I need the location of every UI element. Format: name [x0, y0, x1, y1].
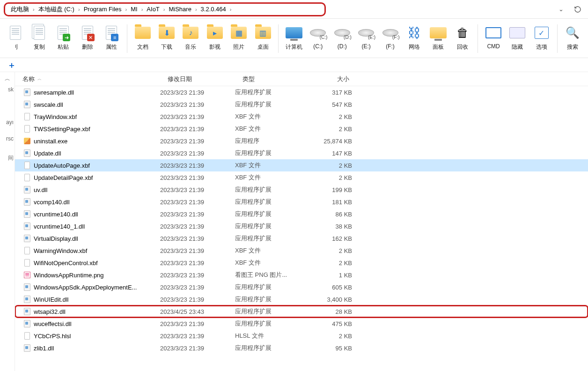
refresh-button[interactable]	[571, 3, 584, 16]
file-row[interactable]: Update.dll2023/3/23 21:39应用程序扩展147 KB	[15, 147, 588, 159]
sidebar-item[interactable]: 间	[0, 154, 14, 162]
header-name[interactable]: 名称︿	[15, 75, 160, 83]
file-name-cell: vcruntime140.dll	[23, 210, 160, 218]
file-row[interactable]: TrayWindow.xbf2023/3/23 21:39XBF 文件2 KB	[15, 111, 588, 123]
toolbar-drive-c[interactable]: (C:)(C:)	[307, 22, 330, 52]
file-type: 应用程序扩展	[235, 198, 303, 206]
sidebar-item[interactable]: rsc	[0, 135, 14, 142]
sidebar-item[interactable]: ayı	[0, 119, 14, 126]
breadcrumb-segment[interactable]: MI	[128, 5, 140, 14]
file-name: vcruntime140_1.dll	[34, 223, 85, 230]
file-type: 应用程序扩展	[235, 295, 303, 304]
file-size: 475 KB	[303, 320, 352, 327]
file-type: XBF 文件	[235, 246, 303, 255]
file-name: swresample.dll	[34, 89, 74, 96]
file-date: 2023/3/23 21:39	[160, 150, 235, 157]
file-name-cell: YCbCrPS.hlsl	[23, 332, 160, 340]
file-type: XBF 文件	[235, 259, 303, 267]
toolbar-label: 影视	[209, 43, 220, 51]
breadcrumb-segment[interactable]: AIoT	[144, 5, 162, 14]
file-row[interactable]: wtsapi32.dll2023/4/25 23:43应用程序扩展28 KB	[15, 305, 588, 318]
dll-file-icon	[23, 223, 31, 230]
toolbar-music[interactable]: ♪音乐	[179, 22, 202, 53]
file-row[interactable]: WinUIEdit.dll2023/3/23 21:39应用程序扩展3,400 …	[15, 293, 588, 305]
file-row[interactable]: WindowsAppSdk.AppxDeploymentE...2023/3/2…	[15, 281, 588, 293]
file-row[interactable]: uv.dll2023/3/23 21:39应用程序扩展199 KB	[15, 184, 588, 196]
toolbar-network[interactable]: ⛓网络	[403, 22, 426, 53]
toolbar-drive-f[interactable]: (F:)(F:)	[379, 22, 402, 52]
toolbar-downloads[interactable]: ⬇下载	[155, 22, 178, 53]
toolbar-properties[interactable]: ≡属性	[100, 22, 123, 53]
toolbar-drive-e[interactable]: (E:)(E:)	[354, 22, 377, 52]
breadcrumb-segment[interactable]: 3.2.0.464	[198, 5, 229, 14]
toolbar-options[interactable]: ✓选项	[530, 22, 553, 53]
file-type: 应用程序扩展	[235, 319, 303, 328]
toolbar-panel[interactable]: 面板	[427, 22, 450, 53]
toolbar-hide[interactable]: 隐藏	[506, 22, 529, 53]
disk-icon: (E:)	[357, 23, 375, 42]
toolbar-label: 照片	[233, 43, 244, 51]
toolbar-documents[interactable]: 文档	[131, 22, 154, 53]
toolbar-videos[interactable]: ▸影视	[203, 22, 226, 53]
toolbar-recycle[interactable]: 🗑回收	[451, 22, 474, 53]
file-view[interactable]: 名称︿ 修改日期 类型 大小 swresample.dll2023/3/23 2…	[15, 72, 588, 371]
header-size[interactable]: 大小	[303, 75, 357, 83]
file-name: vcomp140.dll	[34, 199, 70, 206]
history-dropdown[interactable]: ⌄	[554, 3, 567, 16]
toolbar-search[interactable]: 🔍搜索	[561, 22, 584, 53]
toolbar-desktop[interactable]: ▥桌面	[251, 22, 274, 53]
file-row[interactable]: uninstall.exe2023/3/23 21:39应用程序25,874 K…	[15, 135, 588, 147]
file-row[interactable]: UpdateDetailPage.xbf2023/3/23 21:39XBF 文…	[15, 171, 588, 184]
header-modified[interactable]: 修改日期	[160, 75, 235, 83]
file-row[interactable]: swresample.dll2023/3/23 21:39应用程序扩展317 K…	[15, 86, 588, 98]
toolbar-cmd[interactable]: CMD	[482, 22, 505, 52]
toolbar-delete[interactable]: ✕删除	[76, 22, 99, 53]
breadcrumb[interactable]: 此电脑›本地磁盘 (C:)›Program Files›MI›AIoT›MiSh…	[4, 2, 326, 16]
file-row[interactable]: WindowsAppRuntime.png2023/3/23 21:39看图王 …	[15, 269, 588, 281]
sidebar[interactable]: ︿ sk ayı rsc 间	[0, 72, 15, 371]
file-row[interactable]: wuceffectsi.dll2023/3/23 21:39应用程序扩展475 …	[15, 318, 588, 330]
file-row[interactable]: swscale.dll2023/3/23 21:39应用程序扩展547 KB	[15, 98, 588, 111]
toolbar-unknown-left[interactable]: 刂	[4, 22, 27, 53]
file-name: WifiNotOpenControl.xbf	[34, 260, 98, 267]
breadcrumb-segment[interactable]: Program Files	[81, 5, 125, 14]
file-date: 2023/3/23 21:39	[160, 223, 235, 230]
toolbar-paste[interactable]: ➜粘贴	[52, 22, 75, 53]
chevron-right-icon: ›	[140, 7, 144, 12]
file-row[interactable]: VirtualDisplay.dll2023/3/23 21:39应用程序扩展1…	[15, 232, 588, 245]
file-row[interactable]: WarningWindow.xbf2023/3/23 21:39XBF 文件2 …	[15, 245, 588, 257]
xbf-file-icon	[23, 113, 31, 120]
chevron-right-icon: ›	[194, 7, 198, 12]
sidebar-item[interactable]: sk	[0, 86, 14, 93]
file-size: 2 KB	[303, 174, 352, 181]
file-row[interactable]: vcruntime140.dll2023/3/23 21:39应用程序扩展86 …	[15, 208, 588, 220]
toolbar-pictures[interactable]: ▦照片	[228, 22, 250, 53]
header-type[interactable]: 类型	[235, 75, 303, 83]
breadcrumb-segment[interactable]: 此电脑	[8, 4, 32, 15]
xbf-file-icon	[23, 162, 31, 169]
file-row[interactable]: WifiNotOpenControl.xbf2023/3/23 21:39XBF…	[15, 257, 588, 269]
toolbar-label: (C:)	[313, 43, 323, 50]
file-row[interactable]: vcruntime140_1.dll2023/3/23 21:39应用程序扩展3…	[15, 220, 588, 232]
file-name-cell: WifiNotOpenControl.xbf	[23, 259, 160, 267]
file-date: 2023/3/23 21:39	[160, 260, 235, 267]
breadcrumb-segment[interactable]: MiShare	[166, 5, 194, 14]
toolbar-copy[interactable]: 复制	[28, 22, 51, 53]
sidebar-up-icon[interactable]: ︿	[0, 74, 15, 84]
file-row[interactable]: TWSSettingPage.xbf2023/3/23 21:39XBF 文件2…	[15, 123, 588, 135]
toolbar-drive-d[interactable]: (D:)(D:)	[331, 22, 353, 52]
new-tab-button[interactable]: ＋	[5, 59, 19, 72]
file-name: zlib1.dll	[34, 345, 54, 352]
file-name: UpdateAutoPage.xbf	[34, 162, 90, 169]
toolbar-computer[interactable]: 计算机	[282, 22, 305, 53]
breadcrumb-segment[interactable]: 本地磁盘 (C:)	[36, 4, 77, 15]
dll-file-icon	[23, 210, 31, 218]
file-row[interactable]: zlib1.dll2023/3/23 21:39应用程序扩展95 KB	[15, 342, 588, 354]
file-name: UpdateDetailPage.xbf	[34, 174, 93, 181]
file-name: TrayWindow.xbf	[34, 113, 77, 120]
separator	[557, 24, 558, 53]
file-row[interactable]: UpdateAutoPage.xbf2023/3/23 21:39XBF 文件2…	[15, 159, 588, 171]
toolbar-label: (D:)	[338, 43, 347, 50]
file-row[interactable]: YCbCrPS.hlsl2023/3/23 21:39HLSL 文件2 KB	[15, 330, 588, 342]
file-row[interactable]: vcomp140.dll2023/3/23 21:39应用程序扩展181 KB	[15, 196, 588, 208]
